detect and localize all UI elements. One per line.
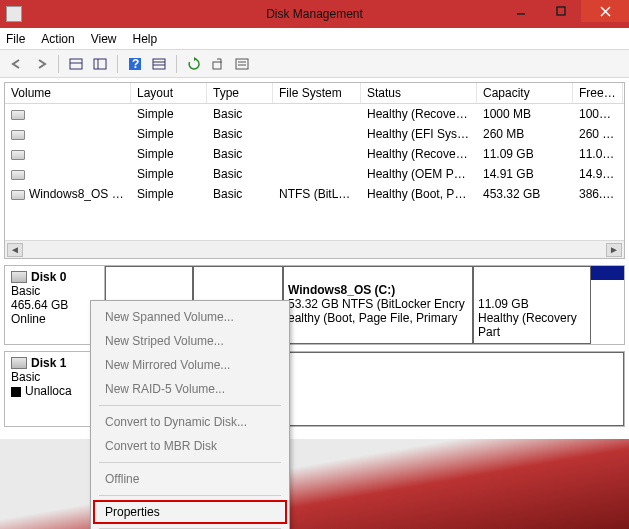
unallocated-swatch [11,387,21,397]
partition[interactable]: 11.09 GB Healthy (Recovery Part [473,266,591,344]
menu-new-raid5[interactable]: New RAID-5 Volume... [93,377,287,401]
partition-size: 11.09 GB [478,297,586,311]
disk-0-label: Disk 0 [31,270,66,284]
disk-0-status: Online [11,312,98,326]
svg-rect-1 [557,7,565,15]
menu-properties[interactable]: Properties [93,500,287,524]
partition-detail: 53.32 GB NTFS (BitLocker Encry [288,297,468,311]
partition-os[interactable]: Windows8_OS (C:) 53.32 GB NTFS (BitLocke… [283,266,473,344]
disk-0-size: 465.64 GB [11,298,98,312]
volume-icon [11,150,25,160]
disk-1-label: Disk 1 [31,356,66,370]
col-layout[interactable]: Layout [131,83,207,103]
menu-new-spanned[interactable]: New Spanned Volume... [93,305,287,329]
disk-icon [11,271,27,283]
volume-icon [11,110,25,120]
minimize-button[interactable] [501,0,541,22]
settings-icon[interactable] [148,53,170,75]
partition-detail: ealthy (Boot, Page File, Primary [288,311,468,325]
col-status[interactable]: Status [361,83,477,103]
disk-1-type: Basic [11,370,98,384]
view-list-icon[interactable] [89,53,111,75]
scroll-left-icon[interactable]: ◄ [7,243,23,257]
menu-action[interactable]: Action [41,32,74,46]
menu-help[interactable]: Help [133,32,158,46]
titlebar: Disk Management [0,0,629,28]
col-filesystem[interactable]: File System [273,83,361,103]
svg-rect-6 [94,59,106,69]
svg-rect-14 [236,59,248,69]
menu-new-mirrored[interactable]: New Mirrored Volume... [93,353,287,377]
app-icon [6,6,22,22]
menu-view[interactable]: View [91,32,117,46]
window-title: Disk Management [266,7,363,21]
maximize-button[interactable] [541,0,581,22]
list-icon[interactable] [231,53,253,75]
menu-file[interactable]: File [6,32,25,46]
menu-offline[interactable]: Offline [93,467,287,491]
volume-icon [11,130,25,140]
menubar: File Action View Help [0,28,629,50]
help-icon[interactable]: ? [124,53,146,75]
col-type[interactable]: Type [207,83,273,103]
horizontal-scrollbar[interactable]: ◄ ► [5,240,624,258]
disk-0-type: Basic [11,284,98,298]
col-volume[interactable]: Volume [5,83,131,103]
close-button[interactable] [581,0,629,22]
volume-row[interactable]: SimpleBasicHealthy (OEM Par...14.91 GB14… [5,164,624,184]
volume-icon [11,170,25,180]
volume-list: Volume Layout Type File System Status Ca… [4,82,625,259]
volume-icon [11,190,25,200]
scroll-right-icon[interactable]: ► [606,243,622,257]
back-button[interactable] [6,53,28,75]
volume-list-header: Volume Layout Type File System Status Ca… [5,83,624,104]
partition-detail: Healthy (Recovery Part [478,311,586,339]
svg-rect-4 [70,59,82,69]
toolbar: ? [0,50,629,78]
svg-rect-13 [213,62,221,69]
menu-convert-dynamic[interactable]: Convert to Dynamic Disk... [93,410,287,434]
svg-text:?: ? [132,57,139,71]
disk-1-unallocated: Unalloca [25,384,72,398]
disk-icon [11,357,27,369]
view-small-icon[interactable] [65,53,87,75]
col-capacity[interactable]: Capacity [477,83,573,103]
menu-new-striped[interactable]: New Striped Volume... [93,329,287,353]
context-menu: New Spanned Volume... New Striped Volume… [90,300,290,529]
action-icon[interactable] [207,53,229,75]
partition-name: Windows8_OS (C:) [288,283,468,297]
volume-row[interactable]: SimpleBasicHealthy (Recovery...11.09 GB1… [5,144,624,164]
refresh-icon[interactable] [183,53,205,75]
svg-rect-10 [153,59,165,69]
col-free[interactable]: Free Spa [573,83,623,103]
volume-row[interactable]: SimpleBasicHealthy (Recovery...1000 MB10… [5,104,624,124]
forward-button[interactable] [30,53,52,75]
volume-row[interactable]: Windows8_OS (C:)SimpleBasicNTFS (BitLo..… [5,184,624,204]
volume-row[interactable]: SimpleBasicHealthy (EFI Syste...260 MB26… [5,124,624,144]
menu-convert-mbr[interactable]: Convert to MBR Disk [93,434,287,458]
